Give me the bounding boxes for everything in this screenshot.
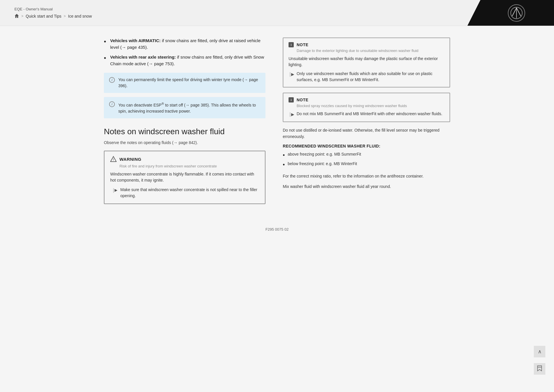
recommended-label: RECOMMENDED WINDSCREEN WASHER FLUID: — [283, 144, 450, 148]
bullet-text-1: Vehicles with AIRMATIC: if snow chains a… — [110, 38, 265, 51]
note-header-1: i NOTE — [289, 42, 444, 47]
info-box-2: i You can deactivate ESP® to start off (… — [104, 97, 265, 118]
bullet-dot: • — [283, 151, 285, 160]
breadcrumb-link-2[interactable]: Ice and snow — [68, 14, 92, 18]
warning-subtitle: Risk of fire and injury from windscreen … — [110, 164, 259, 168]
note-body-1: Unsuitable windscreen washer fluids may … — [289, 56, 444, 68]
breadcrumb-link-1[interactable]: Quick start and Tips — [26, 14, 61, 18]
recommended-bullet-list: • above freezing point: e.g. MB SummerFi… — [283, 151, 450, 169]
header-left: EQE - Owner's Manual > Quick start and T… — [0, 0, 467, 26]
info-icon-2: i — [109, 101, 115, 107]
arrow-icon: ▶ — [113, 187, 117, 193]
bookmark-button[interactable] — [534, 363, 545, 375]
right-text-2: For the correct mixing ratio, refer to t… — [283, 173, 450, 180]
note-box-2: i NOTE Blocked spray nozzles caused by m… — [283, 93, 450, 122]
bookmark-icon — [536, 365, 543, 373]
note-icon-1: i — [289, 42, 294, 47]
main-content: • Vehicles with AIRMATIC: if snow chains… — [89, 26, 465, 221]
note-subtitle-1: Damage to the exterior lighting due to u… — [289, 48, 444, 53]
note-bullet-2: ▶ Do not mix MB SummerFit and MB WinterF… — [289, 111, 444, 117]
observe-note: Observe the notes on operating fluids (→… — [104, 140, 265, 145]
header-logo — [467, 0, 554, 26]
home-icon[interactable] — [14, 14, 19, 19]
bullet-dot: • — [283, 160, 285, 169]
note-bullet-1: ▶ Only use windscreen washer fluids whic… — [289, 71, 444, 83]
mercedes-logo — [508, 4, 525, 22]
warning-bullet: ▶ Make sure that windscreen washer conce… — [110, 187, 259, 199]
bullet-bold-1: Vehicles with AIRMATIC: — [110, 38, 161, 43]
list-item: • above freezing point: e.g. MB SummerFi… — [283, 151, 450, 160]
footer: F295 0075 02 — [0, 221, 554, 237]
note-header-2: i NOTE — [289, 97, 444, 102]
header: EQE - Owner's Manual > Quick start and T… — [0, 0, 554, 26]
bullet-dot: • — [104, 53, 106, 63]
list-item: • below freezing point: e.g. MB WinterFi… — [283, 161, 450, 169]
recommended-item-2: below freezing point: e.g. MB WinterFit — [288, 161, 357, 167]
info-icon-1: i — [109, 77, 115, 83]
note-title-2: NOTE — [297, 98, 308, 102]
scroll-up-button[interactable]: ∧ — [534, 346, 545, 357]
right-text-1: Do not use distilled or de-ionised water… — [283, 127, 450, 140]
vehicle-bullet-list: • Vehicles with AIRMATIC: if snow chains… — [104, 38, 265, 67]
info-text-2: You can deactivate ESP® to start off (→ … — [118, 101, 260, 114]
info-text-1: You can permanently limit the speed for … — [118, 77, 260, 89]
note-arrow-1: ▶ — [290, 71, 294, 77]
warning-title: WARNING — [119, 157, 141, 162]
breadcrumb-sep-1: > — [21, 14, 23, 18]
list-item: • Vehicles with rear axle steering: if s… — [104, 54, 265, 67]
note-title-1: NOTE — [297, 42, 308, 47]
note-bullet-text-1: Only use windscreen washer fluids which … — [297, 71, 444, 83]
chevron-up-icon: ∧ — [538, 348, 542, 355]
breadcrumb-sep-2: > — [64, 14, 66, 18]
note-box-1: i NOTE Damage to the exterior lighting d… — [283, 38, 450, 87]
list-item: • Vehicles with AIRMATIC: if snow chains… — [104, 38, 265, 51]
note-icon-2: i — [289, 97, 294, 102]
note-arrow-2: ▶ — [290, 111, 294, 117]
info-box-1: i You can permanently limit the speed fo… — [104, 73, 265, 93]
svg-text:!: ! — [113, 158, 114, 161]
warning-body: Windscreen washer concentrate is highly … — [110, 171, 259, 183]
note-bullet-text-2: Do not mix MB SummerFit and MB WinterFit… — [297, 111, 442, 117]
bullet-bold-2: Vehicles with rear axle steering: — [110, 55, 176, 59]
warning-header: ! WARNING — [110, 156, 259, 162]
left-column: • Vehicles with AIRMATIC: if snow chains… — [104, 38, 265, 210]
bullet-dot: • — [104, 37, 106, 46]
warning-box: ! WARNING Risk of fire and injury from w… — [104, 151, 265, 204]
note-subtitle-2: Blocked spray nozzles caused by mixing w… — [289, 104, 444, 108]
recommended-item-1: above freezing point: e.g. MB SummerFit — [288, 151, 361, 158]
breadcrumb: > Quick start and Tips > Ice and snow — [14, 14, 453, 19]
right-text-3: Mix washer fluid with windscreen washer … — [283, 184, 450, 190]
bullet-text-2: Vehicles with rear axle steering: if sno… — [110, 54, 265, 67]
warning-bullet-text: Make sure that windscreen washer concent… — [120, 187, 259, 199]
warning-icon: ! — [110, 156, 117, 162]
manual-title: EQE - Owner's Manual — [14, 7, 453, 11]
footer-label: F295 0075 02 — [265, 227, 289, 232]
section-heading: Notes on windscreen washer fluid — [104, 126, 265, 137]
right-column: i NOTE Damage to the exterior lighting d… — [283, 38, 450, 210]
